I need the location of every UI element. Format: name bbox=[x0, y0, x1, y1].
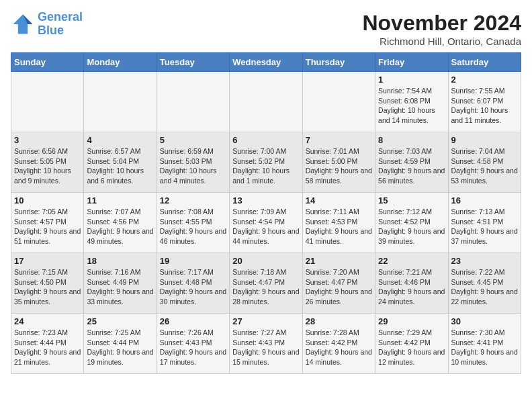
calendar-cell: 16Sunrise: 7:13 AM Sunset: 4:51 PM Dayli… bbox=[448, 193, 521, 253]
header: General Blue November 2024 Richmond Hill… bbox=[11, 11, 521, 47]
calendar-header: SundayMondayTuesdayWednesdayThursdayFrid… bbox=[11, 53, 521, 72]
calendar-cell: 18Sunrise: 7:16 AM Sunset: 4:49 PM Dayli… bbox=[84, 253, 157, 314]
day-number: 14 bbox=[306, 195, 372, 205]
day-number: 3 bbox=[14, 135, 81, 145]
calendar-cell: 23Sunrise: 7:22 AM Sunset: 4:45 PM Dayli… bbox=[448, 253, 521, 314]
day-info: Sunrise: 7:22 AM Sunset: 4:45 PM Dayligh… bbox=[451, 267, 518, 307]
day-info: Sunrise: 7:23 AM Sunset: 4:44 PM Dayligh… bbox=[14, 328, 81, 367]
day-info: Sunrise: 7:29 AM Sunset: 4:42 PM Dayligh… bbox=[378, 328, 445, 367]
weekday-header-sunday: Sunday bbox=[11, 53, 84, 72]
day-number: 9 bbox=[451, 135, 518, 145]
calendar-cell: 20Sunrise: 7:18 AM Sunset: 4:47 PM Dayli… bbox=[230, 253, 302, 314]
weekday-header-friday: Friday bbox=[375, 53, 448, 72]
calendar-week-row: 1Sunrise: 7:54 AM Sunset: 6:08 PM Daylig… bbox=[11, 72, 521, 132]
calendar-cell: 13Sunrise: 7:09 AM Sunset: 4:54 PM Dayli… bbox=[230, 193, 302, 253]
calendar-cell: 28Sunrise: 7:28 AM Sunset: 4:42 PM Dayli… bbox=[302, 314, 375, 374]
logo: General Blue bbox=[11, 11, 83, 38]
calendar-cell: 4Sunrise: 6:57 AM Sunset: 5:04 PM Daylig… bbox=[84, 132, 157, 193]
day-number: 23 bbox=[451, 256, 518, 266]
day-info: Sunrise: 7:17 AM Sunset: 4:48 PM Dayligh… bbox=[160, 267, 226, 307]
day-number: 19 bbox=[160, 256, 226, 266]
calendar-cell: 7Sunrise: 7:01 AM Sunset: 5:00 PM Daylig… bbox=[302, 132, 375, 193]
calendar-cell: 10Sunrise: 7:05 AM Sunset: 4:57 PM Dayli… bbox=[11, 193, 84, 253]
day-info: Sunrise: 7:04 AM Sunset: 4:58 PM Dayligh… bbox=[451, 146, 518, 186]
calendar-cell: 30Sunrise: 7:30 AM Sunset: 4:41 PM Dayli… bbox=[448, 314, 521, 374]
calendar-cell: 1Sunrise: 7:54 AM Sunset: 6:08 PM Daylig… bbox=[375, 72, 448, 132]
calendar-week-row: 17Sunrise: 7:15 AM Sunset: 4:50 PM Dayli… bbox=[11, 253, 521, 314]
day-info: Sunrise: 7:11 AM Sunset: 4:53 PM Dayligh… bbox=[306, 207, 372, 246]
calendar-cell: 8Sunrise: 7:03 AM Sunset: 4:59 PM Daylig… bbox=[375, 132, 448, 193]
day-number: 6 bbox=[232, 135, 299, 145]
calendar-cell: 11Sunrise: 7:07 AM Sunset: 4:56 PM Dayli… bbox=[84, 193, 157, 253]
calendar-cell bbox=[230, 72, 302, 132]
day-number: 28 bbox=[306, 316, 372, 326]
day-number: 5 bbox=[160, 135, 226, 145]
day-info: Sunrise: 7:26 AM Sunset: 4:43 PM Dayligh… bbox=[160, 328, 226, 367]
day-info: Sunrise: 7:28 AM Sunset: 4:42 PM Dayligh… bbox=[306, 328, 372, 367]
day-info: Sunrise: 7:30 AM Sunset: 4:41 PM Dayligh… bbox=[451, 328, 518, 367]
weekday-header-saturday: Saturday bbox=[448, 53, 521, 72]
calendar-cell bbox=[11, 72, 84, 132]
calendar-cell: 9Sunrise: 7:04 AM Sunset: 4:58 PM Daylig… bbox=[448, 132, 521, 193]
day-number: 16 bbox=[451, 195, 518, 205]
day-number: 8 bbox=[378, 135, 445, 145]
weekday-header-tuesday: Tuesday bbox=[157, 53, 229, 72]
calendar-cell: 17Sunrise: 7:15 AM Sunset: 4:50 PM Dayli… bbox=[11, 253, 84, 314]
logo-line1: General bbox=[38, 10, 83, 24]
calendar-cell: 15Sunrise: 7:12 AM Sunset: 4:52 PM Dayli… bbox=[375, 193, 448, 253]
day-number: 10 bbox=[14, 195, 81, 205]
weekday-header-monday: Monday bbox=[84, 53, 157, 72]
calendar-cell: 27Sunrise: 7:27 AM Sunset: 4:43 PM Dayli… bbox=[230, 314, 302, 374]
calendar-cell: 26Sunrise: 7:26 AM Sunset: 4:43 PM Dayli… bbox=[157, 314, 229, 374]
day-info: Sunrise: 7:25 AM Sunset: 4:44 PM Dayligh… bbox=[87, 328, 153, 367]
logo-text: General Blue bbox=[38, 11, 83, 38]
logo-icon bbox=[11, 12, 35, 36]
day-number: 11 bbox=[87, 195, 153, 205]
day-number: 25 bbox=[87, 316, 153, 326]
day-info: Sunrise: 7:18 AM Sunset: 4:47 PM Dayligh… bbox=[232, 267, 299, 307]
calendar-cell: 22Sunrise: 7:21 AM Sunset: 4:46 PM Dayli… bbox=[375, 253, 448, 314]
calendar-body: 1Sunrise: 7:54 AM Sunset: 6:08 PM Daylig… bbox=[11, 72, 521, 374]
title-area: November 2024 Richmond Hill, Ontario, Ca… bbox=[362, 11, 521, 47]
weekday-header-wednesday: Wednesday bbox=[230, 53, 302, 72]
day-number: 18 bbox=[87, 256, 153, 266]
day-number: 12 bbox=[160, 195, 226, 205]
day-number: 2 bbox=[451, 75, 518, 85]
calendar-week-row: 3Sunrise: 6:56 AM Sunset: 5:05 PM Daylig… bbox=[11, 132, 521, 193]
day-info: Sunrise: 7:00 AM Sunset: 5:02 PM Dayligh… bbox=[232, 146, 299, 186]
day-info: Sunrise: 7:05 AM Sunset: 4:57 PM Dayligh… bbox=[14, 207, 81, 246]
weekday-header-thursday: Thursday bbox=[302, 53, 375, 72]
calendar-cell: 3Sunrise: 6:56 AM Sunset: 5:05 PM Daylig… bbox=[11, 132, 84, 193]
day-info: Sunrise: 6:56 AM Sunset: 5:05 PM Dayligh… bbox=[14, 146, 81, 186]
day-info: Sunrise: 7:01 AM Sunset: 5:00 PM Dayligh… bbox=[306, 146, 372, 186]
calendar-cell: 21Sunrise: 7:20 AM Sunset: 4:47 PM Dayli… bbox=[302, 253, 375, 314]
calendar-cell bbox=[84, 72, 157, 132]
day-number: 15 bbox=[378, 195, 445, 205]
month-title: November 2024 bbox=[362, 11, 521, 36]
calendar-cell: 25Sunrise: 7:25 AM Sunset: 4:44 PM Dayli… bbox=[84, 314, 157, 374]
calendar-cell bbox=[157, 72, 229, 132]
day-number: 29 bbox=[378, 316, 445, 326]
day-number: 21 bbox=[306, 256, 372, 266]
calendar-cell: 12Sunrise: 7:08 AM Sunset: 4:55 PM Dayli… bbox=[157, 193, 229, 253]
day-number: 24 bbox=[14, 316, 81, 326]
day-info: Sunrise: 7:55 AM Sunset: 6:07 PM Dayligh… bbox=[451, 86, 518, 126]
calendar-cell: 6Sunrise: 7:00 AM Sunset: 5:02 PM Daylig… bbox=[230, 132, 302, 193]
logo-line2: Blue bbox=[38, 24, 64, 37]
calendar-week-row: 24Sunrise: 7:23 AM Sunset: 4:44 PM Dayli… bbox=[11, 314, 521, 374]
calendar-cell: 29Sunrise: 7:29 AM Sunset: 4:42 PM Dayli… bbox=[375, 314, 448, 374]
calendar-cell bbox=[302, 72, 375, 132]
day-number: 26 bbox=[160, 316, 226, 326]
day-number: 1 bbox=[378, 75, 445, 85]
day-number: 4 bbox=[87, 135, 153, 145]
calendar-table: SundayMondayTuesdayWednesdayThursdayFrid… bbox=[11, 52, 521, 374]
calendar-cell: 24Sunrise: 7:23 AM Sunset: 4:44 PM Dayli… bbox=[11, 314, 84, 374]
day-info: Sunrise: 7:21 AM Sunset: 4:46 PM Dayligh… bbox=[378, 267, 445, 307]
day-info: Sunrise: 7:20 AM Sunset: 4:47 PM Dayligh… bbox=[306, 267, 372, 307]
weekday-header-row: SundayMondayTuesdayWednesdayThursdayFrid… bbox=[11, 53, 521, 72]
day-number: 30 bbox=[451, 316, 518, 326]
day-number: 17 bbox=[14, 256, 81, 266]
day-info: Sunrise: 7:03 AM Sunset: 4:59 PM Dayligh… bbox=[378, 146, 445, 186]
day-number: 13 bbox=[232, 195, 299, 205]
day-info: Sunrise: 7:08 AM Sunset: 4:55 PM Dayligh… bbox=[160, 207, 226, 246]
